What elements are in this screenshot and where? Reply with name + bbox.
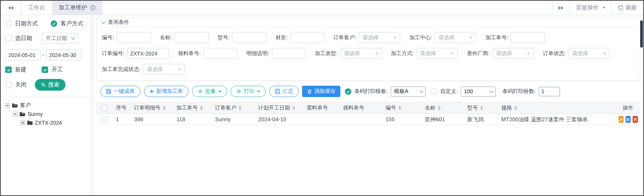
delete-row-button[interactable]	[633, 116, 638, 123]
checkbox-select-date-label: 选日期	[15, 35, 32, 42]
cell-order-detail-no: 396	[131, 114, 173, 125]
search-button[interactable]: 搜索	[35, 79, 65, 91]
calculator-icon	[275, 89, 280, 94]
tab-process-order-maintenance[interactable]: 加工单维护	[52, 1, 103, 15]
cut-row-button[interactable]	[625, 116, 631, 123]
summary-button[interactable]: 汇总	[269, 86, 299, 97]
checkbox-status-closed[interactable]	[5, 82, 12, 88]
header-material-pick-no: 领料单号	[340, 102, 382, 114]
custom-label: 自定义:	[440, 88, 458, 95]
process-method-select[interactable]: 请选择	[416, 48, 458, 59]
code-input[interactable]	[117, 32, 151, 43]
button-label: 一键成单	[114, 88, 135, 95]
cell-plan-start-date: 2024-04-15	[255, 114, 304, 125]
pick-no-input[interactable]	[203, 48, 237, 59]
tree-collapse-icon[interactable]	[5, 103, 10, 108]
process-type-select[interactable]: 请选择	[340, 48, 382, 59]
header-order-detail-no[interactable]: 订单明细号	[131, 102, 173, 114]
process-order-no-input[interactable]	[511, 32, 545, 43]
chevron-down-icon	[490, 89, 493, 93]
detail-desc-input[interactable]	[272, 48, 306, 59]
sort-icon[interactable]	[398, 106, 401, 110]
material-input[interactable]	[290, 32, 324, 43]
button-label: 汇总	[282, 88, 293, 95]
checkbox-select-date[interactable]	[5, 35, 12, 42]
date-from-input[interactable]	[5, 49, 41, 60]
tree-expand-icon[interactable]	[20, 120, 25, 125]
plus-icon	[150, 89, 154, 94]
sort-icon[interactable]	[480, 106, 483, 110]
date-to-input[interactable]	[46, 49, 81, 60]
header-process-order-no[interactable]: 加工单号	[173, 102, 212, 114]
radio-barcode-template[interactable]	[345, 88, 351, 95]
order-code-input[interactable]	[127, 48, 169, 59]
outsource-vendor-select[interactable]: 请选择	[492, 48, 534, 59]
sort-icon[interactable]	[292, 106, 295, 110]
print-dropdown-button[interactable]: 打印	[231, 86, 266, 97]
radio-customer-mode[interactable]	[51, 20, 57, 27]
tab-label: 工作台	[28, 4, 45, 11]
header-code[interactable]: 编号	[382, 102, 422, 114]
name-input[interactable]	[175, 32, 209, 43]
chevron-down-icon	[178, 69, 181, 71]
date-type-select[interactable]: 开工日期	[42, 33, 78, 44]
trash-icon	[307, 89, 312, 94]
custom-value-select[interactable]: 100	[461, 86, 496, 97]
checkbox-status-new-label: 新建	[15, 66, 27, 73]
checkbox-status-started[interactable]	[42, 66, 48, 73]
edit-row-button[interactable]	[619, 116, 624, 123]
batch-dropdown-button[interactable]: 批量	[192, 86, 227, 97]
tab-workbench[interactable]: 工作台	[21, 1, 52, 15]
order-customer-select[interactable]: 请选择	[359, 32, 400, 43]
chevron-down-icon	[71, 36, 75, 40]
one-click-order-button[interactable]: 一键成单	[100, 86, 140, 97]
copies-input[interactable]	[539, 87, 560, 96]
barcode-template-select[interactable]: 模板A	[391, 86, 426, 97]
header-model[interactable]: 型号	[464, 102, 498, 114]
query-panel-toggle[interactable]: 查询条件	[97, 17, 640, 28]
sort-icon[interactable]	[200, 106, 203, 110]
close-tab-icon[interactable]	[90, 5, 96, 11]
tree-node-customers[interactable]: 客户	[5, 101, 87, 110]
checkbox-status-new[interactable]	[5, 66, 12, 73]
sort-icon[interactable]	[239, 106, 242, 110]
gear-icon	[198, 89, 203, 94]
radio-date-mode[interactable]	[5, 20, 12, 27]
radio-custom[interactable]	[431, 88, 437, 95]
name-label: 名称:	[160, 34, 172, 41]
refresh-button[interactable]: 刷新	[611, 1, 643, 15]
row-checkbox[interactable]	[102, 117, 108, 122]
tree-node-sunny[interactable]: Sunny	[5, 110, 87, 118]
cell-code: 155	[382, 114, 422, 125]
delete-icon	[633, 117, 637, 121]
completion-status-select[interactable]: 请选择	[143, 64, 185, 75]
search-button-label: 搜索	[48, 81, 59, 88]
sort-icon[interactable]	[163, 106, 166, 110]
date-type-value: 开工日期	[46, 35, 67, 42]
vertical-scrollbar-thumb[interactable]	[640, 20, 643, 48]
tree-node-zxtx-2024[interactable]: ZXTX-2024	[5, 118, 87, 127]
tree-collapse-icon[interactable]	[13, 112, 17, 116]
collapse-tabs-right-button[interactable]	[552, 1, 569, 15]
table-row[interactable]: 1 396 118 Sunny 2024-04-15 155 雷神601 新飞鸽…	[96, 114, 640, 125]
sort-icon[interactable]	[438, 106, 441, 110]
order-status-select[interactable]: 请选择	[568, 48, 610, 59]
model-input[interactable]	[232, 32, 267, 43]
header-customer[interactable]: 订单客户	[212, 102, 255, 114]
tab-operations-dropdown[interactable]: 页签操作	[569, 1, 611, 15]
double-chevron-right-icon	[558, 6, 563, 10]
header-select-all	[96, 102, 113, 114]
machining-center-select[interactable]: 请选择	[435, 32, 476, 43]
select-all-checkbox[interactable]	[102, 105, 108, 111]
chevron-down-icon	[257, 91, 260, 93]
select-value: 请选择	[572, 50, 588, 57]
header-spec[interactable]: 规格	[498, 102, 616, 114]
header-name[interactable]: 名称	[422, 102, 464, 114]
add-process-order-button[interactable]: 新增加工单	[144, 86, 189, 97]
select-value: 请选择	[438, 34, 454, 41]
folder-open-icon	[19, 111, 26, 117]
sort-icon[interactable]	[514, 106, 517, 110]
header-plan-start-date[interactable]: 计划开工日期	[255, 102, 304, 114]
clear-cache-button[interactable]: 清除缓存	[302, 86, 340, 97]
collapse-tabs-left-button[interactable]	[1, 1, 21, 15]
